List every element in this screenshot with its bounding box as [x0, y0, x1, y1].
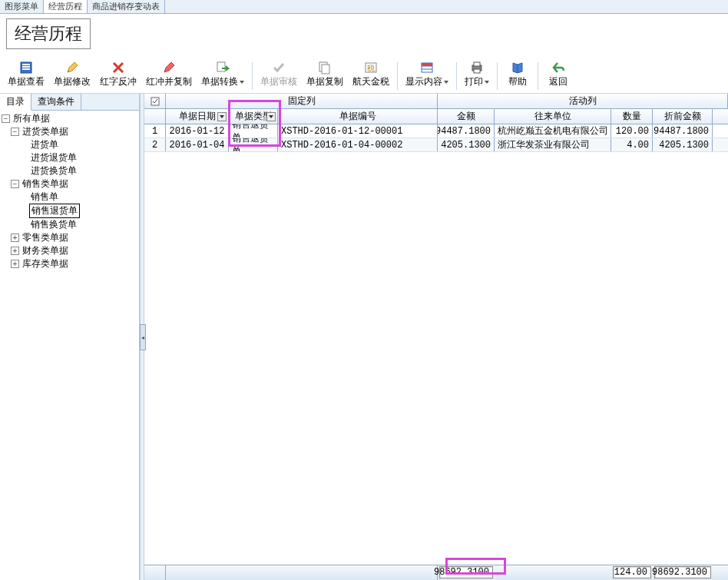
red-x-icon — [111, 60, 126, 75]
view-button[interactable]: 单据查看 — [3, 58, 49, 90]
svg-rect-14 — [474, 62, 480, 66]
header-type[interactable]: 单据类型 — [229, 109, 278, 124]
red-reverse-button[interactable]: 红字反冲 — [95, 58, 141, 90]
cell-qty: 120.00 — [611, 124, 653, 138]
print-label: 打印 — [465, 75, 483, 88]
red-pencil-icon — [161, 60, 177, 75]
svg-rect-6 — [322, 65, 329, 74]
chevron-down-icon[interactable] — [240, 81, 244, 84]
svg-rect-15 — [474, 69, 480, 73]
svg-rect-4 — [217, 62, 225, 71]
cell-date: 2016-01-12 — [166, 124, 229, 138]
toolbar-separator — [538, 62, 538, 90]
svg-rect-12 — [422, 63, 432, 66]
header-pre[interactable]: 折前金额 — [653, 109, 713, 124]
chevron-down-icon[interactable] — [266, 112, 276, 121]
tree-all[interactable]: −所有单据 — [2, 112, 137, 125]
chevron-down-icon[interactable] — [485, 81, 489, 84]
header-amt[interactable]: 金额 — [438, 109, 495, 124]
tree-p2[interactable]: 进货退货单 — [2, 151, 137, 164]
header-qty[interactable]: 数量 — [611, 109, 653, 124]
tab-query[interactable]: 查询条件 — [31, 94, 81, 110]
tax-icon: 税 — [363, 60, 379, 75]
printer-icon — [469, 60, 485, 75]
cell-type: 销售退货单 — [229, 124, 278, 138]
view-label: 单据查看 — [8, 75, 45, 88]
top-tab-graphics[interactable]: 图形菜单 — [0, 0, 44, 13]
tab-catalog[interactable]: 目录 — [0, 94, 31, 111]
document-icon — [18, 60, 34, 75]
svg-rect-2 — [22, 66, 30, 68]
header-unit[interactable]: 往来单位 — [495, 109, 611, 124]
cell-no: XSTHD-2016-01-04-00002 — [278, 138, 438, 151]
header-date[interactable]: 单据日期 — [166, 109, 229, 124]
cell-amt: 94487.1800 — [438, 124, 495, 138]
tree: −所有单据 −进货类单据 进货单 进货退货单 进货换货单 −销售类单据 销售单 … — [0, 111, 139, 272]
tree-sales[interactable]: −销售类单据 — [2, 177, 137, 191]
header-no[interactable]: 单据编号 — [278, 109, 438, 124]
table-row[interactable]: 2 2016-01-04 销售退货单 XSTHD-2016-01-04-0000… — [144, 138, 728, 152]
book-icon — [510, 60, 525, 75]
back-button[interactable]: 返回 — [541, 58, 575, 90]
copy-label: 单据复制 — [306, 75, 343, 88]
back-label: 返回 — [549, 75, 568, 88]
footer-pre: 98692.3100 — [654, 566, 711, 578]
red-copy-button[interactable]: 红冲并复制 — [141, 58, 197, 90]
left-tabs: 目录 查询条件 — [0, 94, 139, 111]
cell-pre: 94487.1800 — [653, 124, 713, 138]
tree-p3[interactable]: 进货换货单 — [2, 164, 137, 177]
convert-icon — [215, 60, 230, 75]
toolbar-separator — [497, 62, 498, 90]
grid-icon — [419, 60, 435, 75]
display-button[interactable]: 显示内容 — [401, 58, 453, 90]
toolbar-separator — [456, 62, 457, 90]
tax-button[interactable]: 税 航天金税 — [348, 58, 394, 90]
tree-retail[interactable]: +零售类单据 — [2, 231, 137, 244]
audit-button: 单据审核 — [256, 58, 302, 90]
convert-label: 单据转换 — [201, 75, 238, 88]
tree-s3[interactable]: 销售换货单 — [2, 218, 137, 231]
copy-button[interactable]: 单据复制 — [302, 58, 348, 90]
convert-button[interactable]: 单据转换 — [197, 58, 249, 90]
audit-label: 单据审核 — [260, 75, 297, 88]
pencil-icon — [65, 60, 80, 75]
check-icon — [271, 60, 286, 75]
tree-s2[interactable]: 销售退货单 — [2, 204, 137, 218]
redcopy-label: 红冲并复制 — [146, 75, 192, 88]
title-row: 经营历程 — [0, 14, 728, 57]
toolbar: 单据查看 单据修改 红字反冲 红冲并复制 单据转换 单据审核 单据复制 税 航天… — [0, 57, 728, 94]
cell-date: 2016-01-04 — [166, 138, 229, 151]
cell-unit: 浙江华发茶业有限公司 — [495, 138, 611, 151]
top-tabs: 图形菜单 经营历程 商品进销存变动表 — [0, 0, 728, 14]
header-idx — [144, 109, 166, 124]
cell-qty: 4.00 — [611, 138, 653, 151]
tree-finance[interactable]: +财务类单据 — [2, 244, 137, 257]
top-tab-stockflow[interactable]: 商品进销存变动表 — [88, 0, 165, 13]
cell-no: XSTHD-2016-01-12-00001 — [278, 124, 438, 138]
table-row[interactable]: 1 2016-01-12 销售退货单 XSTHD-2016-01-12-0000… — [144, 124, 728, 138]
chevron-down-icon[interactable] — [217, 112, 227, 121]
grid-panel: 固定列 活动列 单据日期 单据类型 单据编号 金额 往来单位 数量 折前金额 1… — [144, 94, 728, 580]
left-panel: 目录 查询条件 −所有单据 −进货类单据 进货单 进货退货单 进货换货单 −销售… — [0, 94, 140, 580]
chevron-down-icon[interactable] — [444, 81, 448, 84]
tree-stock[interactable]: +库存类单据 — [2, 257, 137, 270]
tree-s1[interactable]: 销售单 — [2, 191, 137, 204]
back-icon — [551, 60, 566, 75]
help-button[interactable]: 帮助 — [501, 58, 534, 90]
print-button[interactable]: 打印 — [460, 58, 494, 90]
help-label: 帮助 — [508, 75, 527, 88]
edit-button[interactable]: 单据修改 — [49, 58, 95, 90]
display-label: 显示内容 — [405, 75, 442, 88]
copy-icon — [317, 60, 333, 75]
cell-pre: 4205.1300 — [653, 138, 713, 151]
svg-rect-3 — [22, 68, 30, 70]
cell-amt: 4205.1300 — [438, 138, 495, 151]
grid-col-header: 单据日期 单据类型 单据编号 金额 往来单位 数量 折前金额 — [144, 109, 728, 124]
red-label: 红字反冲 — [100, 75, 137, 88]
group-active: 活动列 — [438, 94, 728, 108]
col-selector[interactable] — [144, 94, 166, 108]
top-tab-history[interactable]: 经营历程 — [44, 0, 88, 13]
tree-purchase[interactable]: −进货类单据 — [2, 125, 137, 138]
tree-p1[interactable]: 进货单 — [2, 138, 137, 151]
cell-type: 销售退货单 — [229, 138, 278, 151]
